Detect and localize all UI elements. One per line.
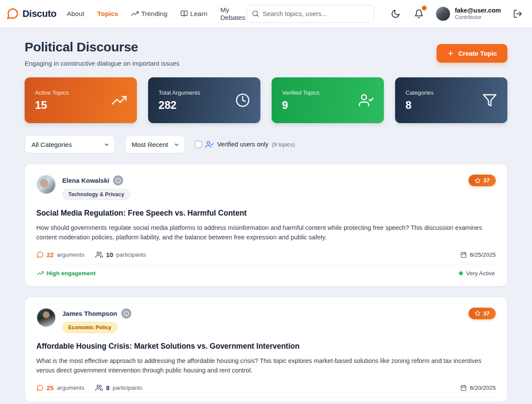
sort-select[interactable]: Most Recent — [125, 135, 185, 153]
stat-value: 8 — [405, 99, 434, 111]
stat-label: Verified Topics — [282, 89, 320, 96]
stat-card-total-arguments: Total Arguments 282 — [148, 77, 260, 123]
speech-bubble-icon — [36, 384, 44, 391]
user-check-icon — [359, 93, 374, 108]
search-input[interactable] — [247, 5, 374, 23]
notifications-button[interactable] — [412, 7, 425, 20]
topic-title[interactable]: Social Media Regulation: Free Speech vs.… — [36, 209, 496, 218]
dark-mode-toggle[interactable] — [389, 7, 402, 20]
topic-date: 6/25/2025 — [460, 251, 496, 258]
topic-card[interactable]: Elena Kowalski Technology & Privacy 37 S… — [25, 164, 507, 286]
plus-icon — [447, 50, 454, 57]
avatar — [436, 6, 450, 21]
navbar: Discuto About Topics Trending Learn My D… — [0, 0, 532, 28]
topic-card[interactable]: James Thompson Economic Policy 37 Afford… — [25, 297, 507, 402]
arguments-stat: 25 arguments — [36, 384, 84, 391]
star-icon — [475, 310, 481, 316]
filter-icon — [482, 93, 497, 108]
stat-value: 15 — [35, 99, 69, 111]
bell-icon — [414, 9, 424, 19]
nav-link-trending[interactable]: Trending — [131, 10, 168, 18]
verified-filter-count: (9 topics) — [272, 141, 294, 148]
chevron-down-icon — [174, 142, 180, 148]
unverified-badge-icon — [113, 175, 123, 185]
search-icon — [252, 10, 259, 17]
verified-filter-label: Verified users only — [217, 141, 268, 148]
logout-button[interactable] — [511, 7, 524, 20]
logout-icon — [513, 9, 522, 19]
stat-label: Total Arguments — [158, 89, 200, 96]
stat-card-active-topics: Active Topics 15 — [25, 77, 137, 123]
calendar-icon — [460, 251, 467, 258]
brand[interactable]: Discuto — [6, 7, 57, 20]
category-badge[interactable]: Technology & Privacy — [62, 189, 130, 200]
verified-checkbox[interactable] — [195, 141, 202, 148]
participants-stat: 8 participants — [95, 384, 142, 391]
user-menu[interactable]: fake@user.com Contributor — [436, 6, 501, 21]
users-icon — [95, 251, 103, 258]
activity-dot-icon — [459, 271, 463, 275]
score-badge: 37 — [469, 308, 496, 319]
calendar-icon — [460, 385, 467, 391]
stat-value: 9 — [282, 99, 320, 111]
notification-badge — [422, 6, 427, 10]
page-subtitle: Engaging in constructive dialogue on imp… — [25, 60, 180, 67]
clock-icon — [235, 93, 250, 108]
search-container — [247, 5, 374, 23]
user-role: Contributor — [455, 14, 501, 21]
stats-row: Active Topics 15 Total Arguments 282 Ver… — [25, 77, 507, 123]
page-header: Political Discourse Engaging in construc… — [25, 40, 507, 67]
nav-link-learn[interactable]: Learn — [180, 10, 208, 18]
engagement-indicator: High engagement — [37, 270, 95, 277]
trending-up-icon — [131, 10, 139, 17]
nav-links: About Topics Trending Learn My Debates — [67, 6, 247, 22]
filters-row: All Categories Most Recent Verified user… — [25, 135, 507, 153]
participants-stat: 10 participants — [95, 251, 146, 258]
nav-link-about[interactable]: About — [67, 10, 85, 18]
author-block: Elena Kowalski Technology & Privacy — [36, 175, 130, 200]
nav-link-my-debates[interactable]: My Debates — [220, 6, 247, 22]
activity-status: Very Active — [459, 270, 495, 277]
star-icon — [475, 178, 481, 184]
nav-link-topics[interactable]: Topics — [97, 10, 118, 18]
moon-icon — [391, 9, 400, 19]
create-topic-button[interactable]: Create Topic — [437, 44, 507, 63]
author-name: James Thompson — [62, 310, 117, 317]
user-email: fake@user.com — [455, 6, 501, 14]
stat-label: Active Topics — [35, 89, 69, 96]
trending-up-icon — [37, 270, 44, 277]
book-open-icon — [180, 10, 188, 17]
topic-date: 6/20/2025 — [460, 385, 496, 391]
user-check-icon — [206, 140, 214, 149]
brand-name: Discuto — [22, 8, 57, 19]
category-badge[interactable]: Economic Policy — [62, 322, 117, 333]
verified-users-filter[interactable]: Verified users only (9 topics) — [195, 140, 295, 149]
category-select[interactable]: All Categories — [25, 135, 115, 153]
stat-card-categories: Categories 8 — [395, 77, 507, 123]
topic-meta: 22 arguments 10 participants 6/25/2025 — [36, 251, 496, 264]
topic-description: How should governments regulate social m… — [36, 223, 496, 242]
author-avatar — [36, 175, 56, 194]
chevron-down-icon — [104, 142, 110, 148]
topic-meta: 25 arguments 8 participants 6/20/2025 — [36, 384, 496, 398]
logo-speech-bubble-icon — [6, 7, 19, 20]
users-icon — [95, 384, 103, 391]
stat-label: Categories — [405, 89, 434, 96]
author-avatar — [36, 308, 56, 328]
topic-title[interactable]: Affordable Housing Crisis: Market Soluti… — [36, 342, 496, 351]
main-content: Political Discourse Engaging in construc… — [25, 40, 507, 402]
author-name: Elena Kowalski — [62, 177, 109, 184]
trending-up-icon — [112, 93, 127, 108]
author-block: James Thompson Economic Policy — [36, 308, 131, 333]
score-badge: 37 — [469, 175, 496, 186]
stat-value: 282 — [158, 99, 200, 111]
page-title: Political Discourse — [25, 40, 180, 54]
arguments-stat: 22 arguments — [36, 251, 84, 258]
stat-card-verified-topics: Verified Topics 9 — [272, 77, 384, 123]
topic-description: What is the most effective approach to a… — [36, 356, 496, 375]
speech-bubble-icon — [36, 251, 44, 258]
unverified-badge-icon — [121, 309, 131, 318]
nav-actions: fake@user.com Contributor — [389, 6, 524, 21]
